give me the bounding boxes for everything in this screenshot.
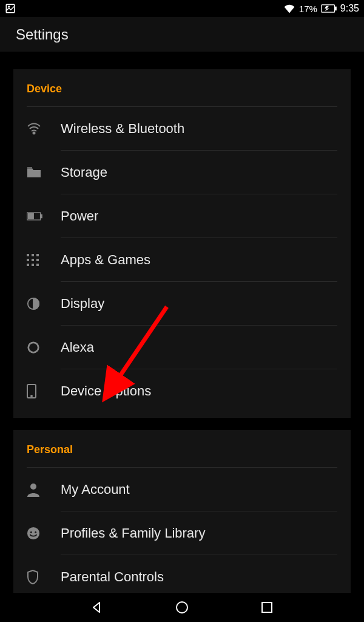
row-label: Wireless & Bluetooth — [61, 107, 337, 151]
recent-apps-button[interactable] — [249, 595, 285, 620]
folder-icon — [27, 166, 61, 179]
user-icon — [27, 482, 61, 497]
svg-rect-0 — [6, 4, 15, 13]
svg-point-22 — [30, 484, 36, 490]
status-bar: 17% 9:35 — [0, 0, 364, 17]
row-label: Parental Controls — [61, 555, 337, 593]
svg-rect-27 — [262, 603, 272, 612]
row-label: Display — [61, 282, 337, 326]
shield-icon — [27, 570, 61, 584]
row-label: Device Options — [61, 369, 337, 413]
wifi-icon — [27, 123, 61, 135]
clock: 9:35 — [340, 3, 359, 14]
svg-rect-5 — [27, 167, 32, 169]
row-label: Alexa — [61, 326, 337, 369]
grid-icon — [27, 254, 61, 266]
svg-rect-15 — [27, 264, 29, 266]
svg-rect-8 — [29, 214, 34, 219]
row-label: Storage — [61, 151, 337, 194]
section-personal: Personal My Account Profiles & Family Li… — [13, 430, 351, 593]
row-label: Profiles & Family Library — [61, 511, 337, 555]
svg-rect-9 — [27, 254, 29, 256]
wifi-icon — [283, 4, 295, 13]
navigation-bar — [0, 593, 364, 622]
svg-rect-10 — [32, 254, 34, 256]
svg-point-19 — [29, 343, 39, 353]
face-icon — [27, 527, 61, 540]
svg-point-21 — [31, 395, 32, 397]
row-power[interactable]: Power — [27, 194, 337, 238]
row-storage[interactable]: Storage — [27, 151, 337, 194]
svg-point-23 — [27, 527, 39, 539]
row-wireless-bluetooth[interactable]: Wireless & Bluetooth — [27, 107, 337, 151]
svg-point-26 — [177, 602, 187, 613]
section-device: Device Wireless & Bluetooth Storage Powe… — [13, 69, 351, 418]
row-label: My Account — [61, 468, 337, 511]
contrast-icon — [27, 297, 61, 310]
svg-rect-12 — [27, 259, 29, 261]
section-title-personal: Personal — [27, 443, 337, 468]
svg-point-1 — [8, 6, 10, 7]
page-title: Settings — [16, 26, 69, 43]
svg-rect-17 — [36, 264, 39, 266]
svg-rect-14 — [36, 259, 39, 261]
svg-point-4 — [33, 132, 35, 134]
row-apps-games[interactable]: Apps & Games — [27, 238, 337, 282]
svg-rect-11 — [36, 254, 39, 256]
section-title-device: Device — [27, 83, 337, 107]
ring-icon — [27, 341, 61, 354]
screenshot-icon — [5, 3, 16, 14]
battery-icon — [321, 4, 337, 13]
svg-point-25 — [35, 531, 36, 533]
svg-rect-3 — [335, 7, 336, 10]
back-button[interactable] — [79, 595, 115, 620]
svg-rect-16 — [32, 264, 34, 266]
row-label: Apps & Games — [61, 238, 337, 282]
svg-point-24 — [30, 531, 32, 533]
row-profiles-family[interactable]: Profiles & Family Library — [27, 511, 337, 555]
settings-content: Device Wireless & Bluetooth Storage Powe… — [0, 52, 364, 593]
row-label: Power — [61, 194, 337, 238]
row-display[interactable]: Display — [27, 282, 337, 326]
battery-pct: 17% — [299, 4, 317, 14]
row-alexa[interactable]: Alexa — [27, 326, 337, 369]
row-parental-controls[interactable]: Parental Controls — [27, 555, 337, 593]
battery-icon — [27, 212, 61, 220]
phone-icon — [27, 384, 61, 398]
row-my-account[interactable]: My Account — [27, 468, 337, 511]
row-device-options[interactable]: Device Options — [27, 369, 337, 413]
svg-rect-7 — [41, 214, 42, 217]
home-button[interactable] — [164, 595, 200, 620]
page-title-bar: Settings — [0, 17, 364, 52]
svg-rect-13 — [32, 259, 34, 261]
